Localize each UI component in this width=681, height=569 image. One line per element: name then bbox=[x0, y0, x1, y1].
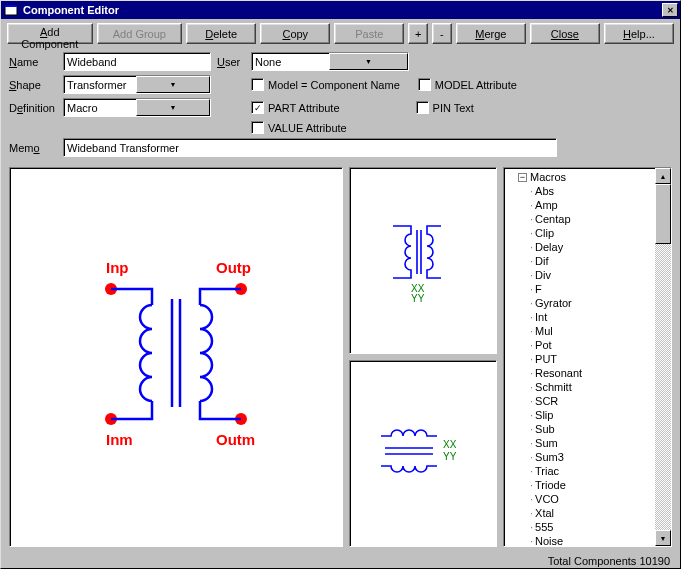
name-label: Name bbox=[9, 56, 57, 68]
shape-select[interactable]: Transformer ▼ bbox=[63, 75, 211, 94]
tree-item[interactable]: ·Sum bbox=[504, 436, 655, 450]
svg-text:XX: XX bbox=[443, 439, 457, 450]
tree-item[interactable]: ·555 bbox=[504, 520, 655, 534]
scroll-thumb[interactable] bbox=[655, 184, 671, 244]
help-button[interactable]: Help... bbox=[604, 23, 674, 44]
chevron-down-icon: ▼ bbox=[329, 53, 408, 70]
shape-label: Shape bbox=[9, 79, 57, 91]
tree-item[interactable]: ·Dif bbox=[504, 254, 655, 268]
tree-item[interactable]: ·Sub bbox=[504, 422, 655, 436]
tree-item[interactable]: ·Abs bbox=[504, 184, 655, 198]
pin-outm-label: Outm bbox=[216, 431, 255, 448]
tree-item[interactable]: ·Div bbox=[504, 268, 655, 282]
tree-item[interactable]: ·Centap bbox=[504, 212, 655, 226]
tree-item[interactable]: ·Pot bbox=[504, 338, 655, 352]
paste-button[interactable]: Paste bbox=[334, 23, 404, 44]
name-input[interactable] bbox=[63, 52, 211, 71]
user-label: User bbox=[217, 56, 245, 68]
delete-button[interactable]: Delete bbox=[186, 23, 256, 44]
tree-item[interactable]: ·Slip bbox=[504, 408, 655, 422]
svg-text:YY: YY bbox=[443, 451, 457, 462]
large-preview: Inp Outp Inm Outm bbox=[9, 167, 343, 547]
tree-item[interactable]: ·Resonant bbox=[504, 366, 655, 380]
tree-item[interactable]: ·Xtal bbox=[504, 506, 655, 520]
tree-panel[interactable]: −Macros·Abs·Amp·Centap·Clip·Delay·Dif·Di… bbox=[503, 167, 672, 547]
memo-label: Memo bbox=[9, 142, 57, 154]
add-component-button[interactable]: Add Component bbox=[7, 23, 93, 44]
toolbar: Add Component Add Group Delete Copy Past… bbox=[1, 19, 680, 48]
copy-button[interactable]: Copy bbox=[260, 23, 330, 44]
merge-button[interactable]: Merge bbox=[456, 23, 526, 44]
form-area: Name User None ▼ Shape Transformer ▼ Mod… bbox=[1, 48, 680, 163]
scroll-up-icon[interactable]: ▲ bbox=[655, 168, 671, 184]
chevron-down-icon: ▼ bbox=[136, 99, 210, 116]
tree-item[interactable]: ·Triode bbox=[504, 478, 655, 492]
plus-button[interactable]: + bbox=[408, 23, 428, 44]
tree-item[interactable]: ·Sum3 bbox=[504, 450, 655, 464]
close-icon[interactable]: ✕ bbox=[662, 3, 678, 17]
svg-text:YY: YY bbox=[411, 293, 425, 304]
status-text: Total Components 10190 bbox=[1, 551, 680, 569]
tree-item[interactable]: ·VCO bbox=[504, 492, 655, 506]
model-attr-checkbox[interactable]: MODEL Attribute bbox=[418, 78, 517, 91]
scroll-down-icon[interactable]: ▼ bbox=[655, 530, 671, 546]
minus-button[interactable]: - bbox=[432, 23, 452, 44]
tree-item[interactable]: ·Noise bbox=[504, 534, 655, 546]
pin-inp-label: Inp bbox=[106, 259, 129, 276]
titlebar: Component Editor ✕ bbox=[1, 1, 680, 19]
tree-scrollbar[interactable]: ▲ ▼ bbox=[655, 168, 671, 546]
tree-item[interactable]: ·PUT bbox=[504, 352, 655, 366]
tree-item[interactable]: ·Clip bbox=[504, 226, 655, 240]
tree-item[interactable]: ·Gyrator bbox=[504, 296, 655, 310]
add-group-button[interactable]: Add Group bbox=[97, 23, 183, 44]
tree-item[interactable]: ·Triac bbox=[504, 464, 655, 478]
tree-item[interactable]: −Macros bbox=[504, 170, 655, 184]
tree-item[interactable]: ·Schmitt bbox=[504, 380, 655, 394]
tree-item[interactable]: ·Int bbox=[504, 310, 655, 324]
pin-inm-label: Inm bbox=[106, 431, 133, 448]
pin-outp-label: Outp bbox=[216, 259, 251, 276]
tree-item[interactable]: ·F bbox=[504, 282, 655, 296]
tree-item[interactable]: ·Amp bbox=[504, 198, 655, 212]
tree-item[interactable]: ·Mul bbox=[504, 324, 655, 338]
close-button[interactable]: Close bbox=[530, 23, 600, 44]
small-preview-top: XX YY bbox=[349, 167, 497, 354]
definition-label: Definition bbox=[9, 102, 57, 114]
definition-select[interactable]: Macro ▼ bbox=[63, 98, 211, 117]
window-title: Component Editor bbox=[23, 4, 662, 16]
user-select[interactable]: None ▼ bbox=[251, 52, 409, 71]
chevron-down-icon: ▼ bbox=[136, 76, 210, 93]
svg-rect-1 bbox=[5, 5, 17, 7]
memo-input[interactable] bbox=[63, 138, 557, 157]
part-attr-checkbox[interactable]: ✓PART Attribute bbox=[251, 101, 340, 114]
app-icon bbox=[3, 3, 19, 17]
pin-text-checkbox[interactable]: PIN Text bbox=[416, 101, 474, 114]
tree-item[interactable]: ·Delay bbox=[504, 240, 655, 254]
value-attr-checkbox[interactable]: VALUE Attribute bbox=[251, 121, 347, 134]
tree-item[interactable]: ·SCR bbox=[504, 394, 655, 408]
model-eq-name-checkbox[interactable]: Model = Component Name bbox=[251, 78, 400, 91]
small-preview-bottom: XX YY bbox=[349, 360, 497, 547]
